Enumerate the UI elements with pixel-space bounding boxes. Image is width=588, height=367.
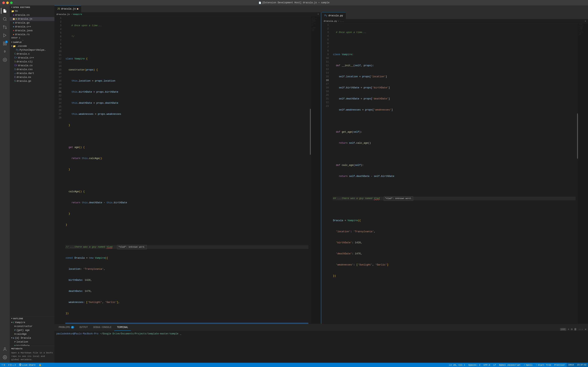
panel-split-button[interactable]: ⊟ xyxy=(571,328,572,331)
panel-dots-button[interactable]: ··· xyxy=(578,328,583,331)
editor-area: JS dracula.js dracula.js › Vampire ≡ xyxy=(54,5,588,363)
dracula-go-file[interactable]: G dracula.go xyxy=(10,79,54,83)
open-editor-dracula-go[interactable]: ● dracula.go xyxy=(10,21,54,25)
minimize-button[interactable] xyxy=(6,1,9,4)
explorer-activity-icon[interactable] xyxy=(1,7,9,15)
sample-chevron: ▼ xyxy=(11,41,12,43)
tab-dracula-py[interactable]: Py dracula.py xyxy=(322,12,346,19)
open-editor-dracula-rs[interactable]: ● dracula.rs xyxy=(10,33,54,36)
metadata-text: Open a Markdown file in a DocFx repo to … xyxy=(11,351,53,361)
activity-bar: 1 D xyxy=(0,5,10,363)
outline-vampire-class[interactable]: ▼ C Vampire xyxy=(10,321,54,325)
statusbar-cursor[interactable]: Ln 28, Col 1 xyxy=(448,363,467,367)
right-editor-pane: Py dracula.py dracula.py › ... ≡ 1 2 xyxy=(322,12,588,324)
open-editors-header[interactable]: ▼ OPEN EDITORS xyxy=(10,5,54,9)
account-activity-icon[interactable] xyxy=(1,345,9,353)
right-code-content[interactable]: # Once upon a time... class Vampire: def… xyxy=(331,23,576,324)
open-editors-section: ▼ OPEN EDITORS 📁 hh ● dracula.cs ● dracu… xyxy=(10,5,54,40)
dracula-c-file[interactable]: C dracula.c xyxy=(10,52,54,56)
output-tab[interactable]: OUTPUT xyxy=(77,324,91,331)
statusbar-encoding[interactable]: UTF-8 xyxy=(482,363,492,367)
tree-label: Start Tree xyxy=(538,364,551,366)
editors-split: dracula.js › Vampire ≡ 1 2 3 4 5 6 xyxy=(54,12,588,324)
statusbar-line-ending[interactable]: LF xyxy=(492,363,498,367)
panel-close-button[interactable]: ✕ xyxy=(585,328,587,331)
open-editor-dracula-cs[interactable]: ● dracula.cs xyxy=(10,13,54,17)
outline-calcage[interactable]: M calcAge xyxy=(10,332,54,336)
group2-header[interactable]: GROUP 2 xyxy=(10,36,54,39)
sample-header[interactable]: ▼ SAMPLE xyxy=(10,40,54,44)
outline-dracula-var[interactable]: ▼ a {a} Dracula xyxy=(10,336,54,340)
left-scroll-indicator xyxy=(310,109,311,155)
open-editor-dracula-cpp[interactable]: ● dracula.c++ xyxy=(10,25,54,29)
close-button[interactable] xyxy=(2,1,5,4)
problems-tab[interactable]: PROBLEMS 2 xyxy=(56,324,77,331)
dracula-clj-file[interactable]: λ dracula.clj xyxy=(10,60,54,64)
dracula-cpp-file[interactable]: C+ dracula.c++ xyxy=(10,56,54,60)
open-editor-dracula-js[interactable]: ● dracula.js ✕ xyxy=(10,17,54,21)
vscode-chevron: ▼ xyxy=(11,45,12,47)
right-scrollbar[interactable] xyxy=(576,23,578,324)
py-file-icon: Py xyxy=(16,49,19,51)
outline-header[interactable]: ▼ OUTLINE xyxy=(10,317,54,321)
left-scrollbar[interactable] xyxy=(308,17,311,324)
terminal-tab[interactable]: TERMINAL xyxy=(114,324,131,331)
right-scroll-indicator xyxy=(577,113,578,158)
dracula-cs-file[interactable]: C# dracula.cs xyxy=(10,64,54,67)
titlebar: 📄 [Extension Development Host] dracula.j… xyxy=(0,0,588,5)
statusbar-errors[interactable]: ✗ 0 ⚠ 2 xyxy=(7,363,17,367)
python-import-helper-file[interactable]: Py PythonImportHelper-v2-Completion.j... xyxy=(10,48,54,52)
method-icon2: M xyxy=(14,333,16,335)
outline-birthdate[interactable]: P birthDate xyxy=(10,344,54,346)
terminal-shell-label[interactable]: zsh xyxy=(560,328,566,331)
statusbar: ⑂ 0 ✗ 0 ⚠ 2 ⓵ Live Share 🔒 Ln 28, Col 1 … xyxy=(0,363,588,367)
search-activity-icon[interactable] xyxy=(1,15,9,23)
docfx-activity-icon[interactable]: D xyxy=(1,48,9,56)
vscode-folder[interactable]: ▼ 📁 .vscode xyxy=(10,44,54,48)
statusbar-spaces[interactable]: Spaces: 2 xyxy=(467,363,482,367)
statusbar-branch[interactable]: ⑂ 0 xyxy=(0,363,7,367)
language-label: Babel JavaScript xyxy=(499,364,520,366)
window-controls[interactable] xyxy=(2,1,13,4)
svg-marker-5 xyxy=(4,34,6,37)
sidebar: ▼ OPEN EDITORS 📁 hh ● dracula.cs ● dracu… xyxy=(10,5,54,363)
dracula-dart-file[interactable]: ◇ dracula.dart xyxy=(10,71,54,75)
liveshare-activity-icon[interactable] xyxy=(1,56,9,64)
open-editor-hh[interactable]: 📁 hh xyxy=(10,9,54,13)
open-editor-dracula-java[interactable]: ● dracula.java xyxy=(10,29,54,33)
terminal-content[interactable]: pauladedokun@Pauls-MacBook-Pro ~/Google … xyxy=(54,331,588,363)
outline-constructor[interactable]: M constructor xyxy=(10,325,54,328)
prettier-label: Prettier xyxy=(554,364,565,366)
settings-activity-icon[interactable] xyxy=(1,353,9,361)
tab-dracula-js[interactable]: JS dracula.js xyxy=(54,5,81,12)
run-activity-icon[interactable] xyxy=(1,32,9,39)
warning-count: 2 xyxy=(15,364,16,366)
statusbar-start-tree[interactable]: ↑ Start Tree xyxy=(534,363,553,367)
go-file-icon: G xyxy=(14,80,16,83)
maximize-button[interactable] xyxy=(10,1,13,4)
cpp-icon: ● xyxy=(13,25,14,28)
error-icon: ✗ xyxy=(8,364,9,366)
outline-get-age[interactable]: P {get} age xyxy=(10,328,54,332)
panel-trash-button[interactable]: 🗑 xyxy=(574,328,577,331)
statusbar-lock[interactable]: 🔒 xyxy=(37,363,43,367)
right-minimap: # Once upon class Vampire: def __init__(… xyxy=(578,23,588,324)
statusbar-prettier[interactable]: Prettier xyxy=(553,363,567,367)
terminal-prompt: pauladedokun@Pauls-MacBook-Pro ~/Google … xyxy=(56,332,586,335)
debug-console-tab[interactable]: DEBUG CONSOLE xyxy=(91,324,114,331)
statusbar-liveshare[interactable]: ⓵ Live Share xyxy=(17,363,37,367)
outline-location[interactable]: P location xyxy=(10,340,54,344)
line-ending-label: LF xyxy=(493,364,496,366)
left-code-content[interactable]: # Once upon a time... */ class Vampire {… xyxy=(63,17,308,324)
panel-actions: zsh + ⊟ 🗑 ··· ✕ xyxy=(560,328,587,331)
dracula-ex-file[interactable]: E dracula.ex xyxy=(10,75,54,79)
dracula-css-file[interactable]: S dracula.css xyxy=(10,67,54,71)
source-control-activity-icon[interactable] xyxy=(1,23,9,31)
statusbar-language[interactable]: Babel JavaScript xyxy=(498,363,522,367)
panel-add-button[interactable]: + xyxy=(568,328,569,331)
right-minimap-header: ≡ xyxy=(585,20,586,22)
statusbar-spell[interactable]: ✓ Spell xyxy=(522,363,534,367)
liveshare-icon: ⓵ xyxy=(19,364,21,366)
extensions-activity-icon[interactable]: 1 xyxy=(1,40,9,47)
output-label: OUTPUT xyxy=(79,326,88,329)
